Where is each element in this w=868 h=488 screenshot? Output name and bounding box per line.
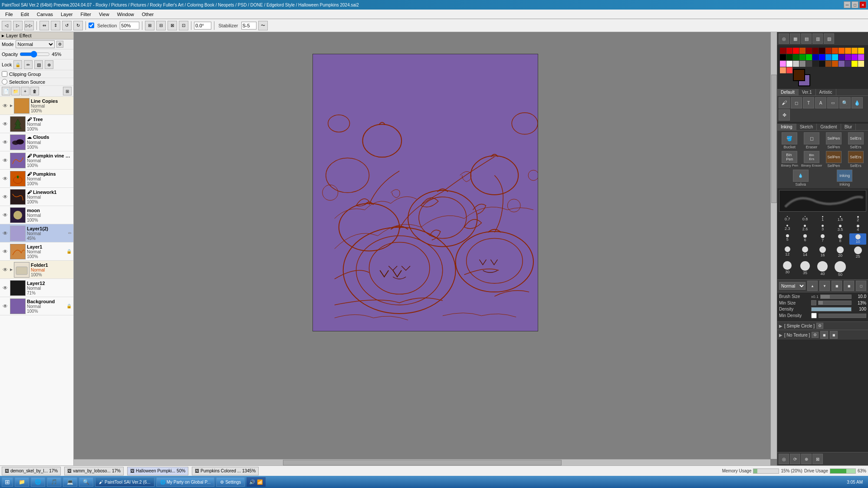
brush-size-40[interactable]: 40 bbox=[814, 260, 831, 278]
zoom-input[interactable] bbox=[120, 22, 139, 29]
color-swatch[interactable] bbox=[845, 48, 851, 54]
color-swatch[interactable] bbox=[780, 48, 786, 54]
brush-size-1[interactable]: 1 bbox=[814, 215, 831, 223]
color-swatch[interactable] bbox=[780, 61, 786, 67]
layer-item[interactable]: 👁 Layer1 Normal 100% 🔒 bbox=[0, 242, 73, 261]
color-swatch[interactable] bbox=[819, 48, 825, 54]
toolbar-mode3[interactable]: ⊠ bbox=[168, 21, 177, 30]
brush-size-20[interactable]: 20 bbox=[832, 246, 849, 259]
color-swatch[interactable] bbox=[832, 54, 838, 60]
lock-btn2[interactable]: ✏ bbox=[24, 60, 33, 69]
tool-brush[interactable]: 🖌 bbox=[779, 97, 790, 108]
blend-extra3[interactable]: ◻ bbox=[856, 281, 866, 291]
circle-expand-btn[interactable]: ▶ bbox=[779, 324, 783, 328]
blend-extra1[interactable]: ◼ bbox=[832, 281, 842, 291]
color-hsl-btn[interactable]: ▤ bbox=[801, 33, 812, 44]
saliva-tool[interactable]: 💧 bbox=[793, 170, 809, 182]
canvas-hscroll[interactable] bbox=[74, 459, 770, 465]
brush-size-16[interactable]: 16 bbox=[814, 246, 831, 259]
color-swatch[interactable] bbox=[786, 54, 792, 60]
brush-size-25[interactable]: 25 bbox=[849, 246, 866, 259]
close-button[interactable]: ✕ bbox=[859, 1, 866, 8]
min-density-bar[interactable] bbox=[819, 314, 866, 318]
layer-item[interactable]: 👁 🖌 Pumpkin vine b... Normal 100% bbox=[0, 151, 73, 170]
selers2-tool[interactable]: SelErs bbox=[848, 151, 864, 163]
toolbar-mode2[interactable]: ⊟ bbox=[156, 21, 166, 30]
start-button[interactable]: ⊞ bbox=[2, 477, 13, 487]
brush-size-50[interactable]: 50 bbox=[832, 260, 849, 278]
bucket-tool[interactable]: 🪣 bbox=[782, 132, 797, 144]
tool-eraser[interactable]: ◻ bbox=[791, 97, 802, 108]
color-swatch[interactable] bbox=[819, 54, 825, 60]
toolbar-curve[interactable]: 〜 bbox=[258, 21, 268, 30]
min-density-checkbox[interactable] bbox=[811, 313, 817, 318]
no-texture-expand-btn[interactable]: ▶ bbox=[779, 333, 783, 337]
layer-item[interactable]: 👁 moon Normal 100% bbox=[0, 206, 73, 224]
density-bar[interactable] bbox=[811, 307, 852, 311]
eye-icon[interactable]: 👁 bbox=[2, 157, 9, 164]
brush-size-26[interactable]: 2.6 bbox=[797, 224, 814, 233]
tool-text[interactable]: A bbox=[815, 97, 826, 108]
tool-transform[interactable]: T bbox=[803, 97, 814, 108]
color-swatch[interactable] bbox=[812, 54, 819, 60]
eye-icon[interactable]: 👁 bbox=[2, 175, 9, 182]
menu-file[interactable]: File bbox=[2, 11, 16, 18]
tool-eyedrop[interactable]: 💧 bbox=[852, 97, 863, 108]
vscroll-thumb[interactable] bbox=[771, 75, 777, 203]
status-tab-halloween[interactable]: 🖼 Halloween Pumpki... 50% bbox=[127, 467, 188, 475]
color-rgb-btn[interactable]: ▥ bbox=[812, 33, 823, 44]
color-swatch[interactable] bbox=[845, 54, 851, 60]
brush-size-23[interactable]: 2.3 bbox=[779, 224, 796, 233]
eye-icon[interactable]: 👁 bbox=[2, 248, 9, 255]
menu-canvas[interactable]: Canvas bbox=[33, 11, 56, 18]
brush-size-5[interactable]: 5 bbox=[779, 233, 796, 245]
selection-checkbox[interactable] bbox=[89, 23, 94, 28]
toolbar-nav1[interactable]: ◁ bbox=[2, 21, 11, 30]
toolbar-nav3[interactable]: ▷▷ bbox=[24, 21, 34, 30]
sys-icon2[interactable]: 📶 bbox=[257, 479, 263, 485]
tool-move[interactable]: ✥ bbox=[779, 109, 790, 121]
layer-item[interactable]: 👁 🖌 Pumpkins Normal 100% bbox=[0, 170, 73, 188]
color-swatch[interactable] bbox=[786, 61, 792, 67]
selection-radio[interactable] bbox=[2, 79, 7, 85]
color-swatch[interactable] bbox=[799, 48, 806, 54]
brush-size-08[interactable]: 0.8 bbox=[797, 215, 814, 223]
menu-window[interactable]: Window bbox=[114, 11, 138, 18]
layer-extra-btn[interactable]: ⊞ bbox=[63, 87, 72, 95]
layer-item-background[interactable]: 👁 Background Normal 100% 🔒 bbox=[0, 297, 73, 315]
taskbar-search[interactable]: 🔍 bbox=[79, 477, 93, 487]
color-swatch[interactable] bbox=[858, 48, 864, 54]
color-swatch[interactable] bbox=[852, 61, 858, 67]
texture-extra1[interactable]: ◼ bbox=[820, 331, 828, 339]
brush-tab-inking[interactable]: Inking bbox=[777, 124, 796, 130]
color-swatch[interactable] bbox=[838, 48, 845, 54]
eye-icon[interactable]: 👁 bbox=[2, 102, 9, 109]
no-texture-btn[interactable]: ⚙ bbox=[812, 332, 819, 338]
binarypen-tool[interactable]: BinPen bbox=[782, 151, 797, 163]
new-folder-btn[interactable]: 📁 bbox=[11, 87, 20, 95]
brush-tab-blur[interactable]: Blur bbox=[841, 124, 856, 130]
menu-view[interactable]: View bbox=[95, 11, 113, 18]
eye-icon[interactable]: 👁 bbox=[2, 193, 9, 200]
taskbar-painttool[interactable]: 🖌 PaintTool SAI Ver.2 (6... bbox=[95, 477, 155, 487]
inking-tool[interactable]: Inking bbox=[837, 170, 852, 182]
layer-effect-arrow[interactable]: ▶ bbox=[2, 34, 4, 38]
canvas-vscroll[interactable] bbox=[770, 32, 777, 459]
color-swatch[interactable] bbox=[786, 48, 792, 54]
brush-size-15[interactable]: 1.5 bbox=[832, 215, 849, 223]
lock-btn1[interactable]: 🔒 bbox=[13, 60, 22, 69]
blend-up[interactable]: ▲ bbox=[807, 281, 818, 291]
rp-btn3[interactable]: ⊕ bbox=[801, 454, 812, 464]
color-swatch[interactable] bbox=[838, 54, 845, 60]
color-swatch[interactable] bbox=[786, 67, 792, 73]
canvas-area[interactable] bbox=[74, 32, 777, 465]
blend-mode-select[interactable]: Normal Multiply Screen Overlay bbox=[779, 282, 806, 290]
toolbar-mode1[interactable]: ⊞ bbox=[145, 21, 155, 30]
brush-size-14[interactable]: 14 bbox=[797, 246, 814, 259]
brush-size-10[interactable]: 10 bbox=[849, 233, 866, 245]
layer-item[interactable]: 👁 🖌 Tree Normal 100% bbox=[0, 115, 73, 133]
color-swatch[interactable] bbox=[825, 54, 832, 60]
color-wheel-btn[interactable]: ◎ bbox=[779, 33, 789, 44]
lock-btn3[interactable]: ▧ bbox=[34, 60, 43, 69]
color-swatch[interactable] bbox=[799, 54, 806, 60]
